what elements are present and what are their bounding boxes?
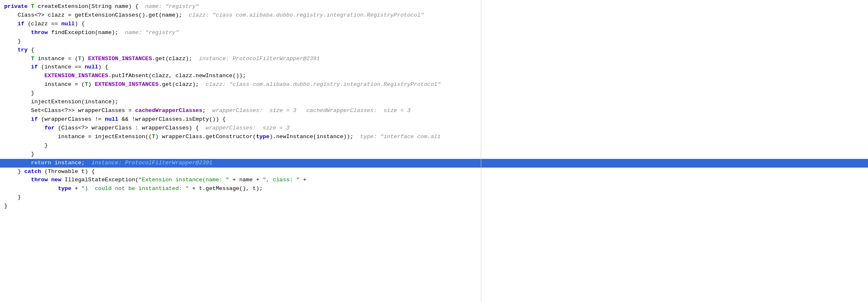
normal-token: [4, 20, 17, 29]
normal-token: [4, 159, 31, 168]
normal-token: [4, 176, 31, 185]
kw-new-token: new: [51, 176, 61, 185]
kw-type-T-token: T: [152, 133, 155, 141]
normal-token: ;: [202, 107, 212, 115]
code-line: }: [0, 89, 868, 98]
kw-for-token: for: [44, 124, 54, 133]
kw-type-T-token: T: [31, 2, 34, 11]
kw-if-token: type: [256, 133, 269, 141]
normal-token: .get(clazz);: [159, 80, 206, 89]
static-field-token: cachedWrapperClasses: [135, 107, 202, 115]
code-line: if (clazz == null) {: [0, 20, 868, 29]
normal-token: }: [4, 89, 34, 98]
normal-token: .get(clazz);: [152, 55, 199, 63]
kw-type-T-token: T: [31, 55, 34, 63]
normal-token: [4, 63, 31, 72]
code-line: throw new IllegalStateException("Extensi…: [0, 176, 868, 185]
kw-if-token: type: [58, 185, 71, 193]
code-line: EXTENSION_INSTANCES.putIfAbsent(clazz, c…: [0, 72, 868, 80]
kw-if-token: if: [31, 63, 38, 72]
kw-throw-token: throw: [31, 176, 48, 185]
code-line: }: [0, 202, 868, 211]
str-token: ") could not be instantiated: ": [81, 185, 189, 193]
code-line: throw findException(name); name: "regist…: [0, 29, 868, 37]
normal-token: ): [88, 80, 95, 89]
normal-token: ) {: [75, 20, 85, 29]
normal-token: [28, 2, 31, 11]
code-line: instance = (T) EXTENSION_INSTANCES.get(c…: [0, 80, 868, 89]
normal-token: instance = injectExtension((: [4, 133, 152, 141]
normal-token: createExtension(String name) {: [34, 2, 145, 11]
normal-token: [4, 185, 58, 193]
normal-token: [4, 55, 31, 63]
normal-token: injectExtension(instance);: [4, 98, 118, 107]
kw-return-token: return: [31, 159, 51, 168]
normal-token: [48, 176, 51, 185]
normal-token: Class<?> clazz = getExtensionClasses().g…: [4, 11, 189, 20]
normal-token: +: [300, 176, 306, 185]
gutter-divider: [481, 0, 481, 302]
code-line: }: [0, 193, 868, 202]
code-line: try {: [0, 46, 868, 55]
code-line: for (Class<?> wrapperClass : wrapperClas…: [0, 124, 868, 133]
comment-token: wrapperClasses: size = 3 cachedWrapperCl…: [212, 107, 410, 115]
normal-token: }: [4, 193, 21, 202]
code-line: instance = injectExtension((T) wrapperCl…: [0, 133, 868, 141]
normal-token: Set<Class<?>> wrapperClasses =: [4, 107, 135, 115]
normal-token: +: [71, 185, 81, 193]
code-line: T instance = (T) EXTENSION_INSTANCES.get…: [0, 55, 868, 63]
code-line: private T createExtension(String name) {…: [0, 2, 868, 11]
code-line: }: [0, 150, 868, 159]
normal-token: }: [4, 202, 7, 211]
code-line: if (instance == null) {: [0, 63, 868, 72]
static-field-token: EXTENSION_INSTANCES: [88, 55, 152, 63]
normal-token: instance = (: [34, 55, 78, 63]
kw-if-token: if: [31, 115, 38, 124]
normal-token: ) wrapperClass.getConstructor(: [155, 133, 256, 141]
normal-token: ) {: [98, 63, 108, 72]
kw-null-token: null: [61, 20, 75, 29]
normal-token: (Throwable t) {: [41, 168, 95, 176]
static-field-token: EXTENSION_INSTANCES: [95, 80, 159, 89]
normal-token: [4, 72, 44, 80]
normal-token: instance = (: [4, 80, 85, 89]
code-line: return instance; instance: ProtocolFilte…: [0, 159, 868, 168]
kw-type-T-token: T: [85, 80, 88, 89]
kw-null-token: null: [85, 63, 98, 72]
comment-token: wrapperClasses: size = 3: [206, 124, 290, 133]
normal-token: && !wrapperClasses.isEmpty()) {: [118, 115, 225, 124]
code-line: Class<?> clazz = getExtensionClasses().g…: [0, 11, 868, 20]
normal-token: + t.getMessage(), t);: [189, 185, 263, 193]
normal-token: ): [81, 55, 88, 63]
normal-token: findException(name);: [48, 29, 125, 37]
comment-token: type: "interface com.ali: [360, 133, 441, 141]
comment-token: clazz: "class com.alibaba.dubbo.registry…: [206, 80, 441, 89]
kw-catch-token: catch: [24, 168, 41, 176]
normal-token: IllegalStateException(: [61, 176, 138, 185]
normal-token: (Class<?> wrapperClass : wrapperClasses)…: [55, 124, 206, 133]
normal-token: [4, 124, 44, 133]
comment-token: name: "registry": [145, 2, 199, 11]
kw-type-T-token: T: [78, 55, 81, 63]
kw-throw-token: throw: [31, 29, 48, 37]
normal-token: [4, 29, 31, 37]
normal-token: (clazz ==: [24, 20, 61, 29]
code-line: }: [0, 141, 868, 150]
kw-try-token: try: [17, 46, 27, 55]
str-token: ", class: ": [263, 176, 300, 185]
normal-token: {: [28, 46, 34, 55]
normal-token: (instance ==: [38, 63, 85, 72]
normal-token: + name +: [229, 176, 263, 185]
normal-token: instance;: [51, 159, 91, 168]
comment-token: instance: ProtocolFilterWrapper@2391: [92, 159, 213, 168]
normal-token: }: [4, 37, 21, 46]
code-line: injectExtension(instance);: [0, 98, 868, 107]
comment-token: name: "registry": [125, 29, 179, 37]
code-line: Set<Class<?>> wrapperClasses = cachedWra…: [0, 107, 868, 115]
static-field-token: EXTENSION_INSTANCES: [44, 72, 108, 80]
normal-token: [4, 115, 31, 124]
str-token: "Extension instance(name: ": [138, 176, 229, 185]
comment-token: clazz: "class com.alibaba.dubbo.registry…: [189, 11, 424, 20]
code-line: if (wrapperClasses != null && !wrapperCl…: [0, 115, 868, 124]
normal-token: }: [4, 168, 24, 176]
